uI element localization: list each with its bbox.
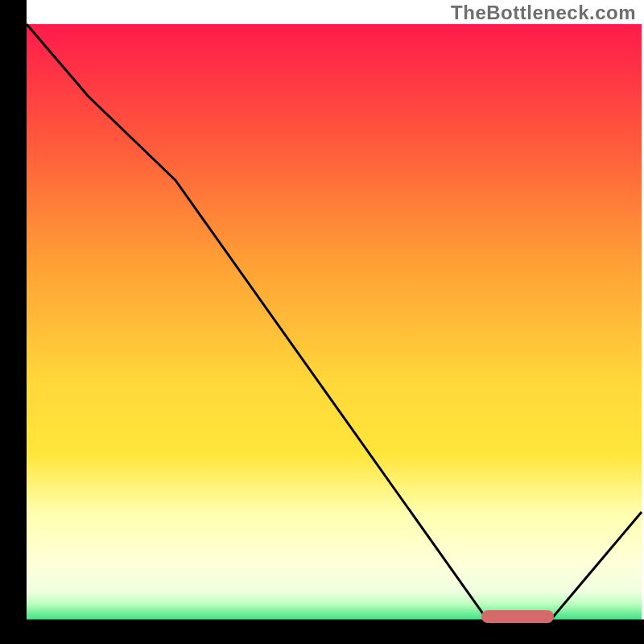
- chart-container: TheBottleneck.com: [0, 0, 644, 644]
- watermark-text: TheBottleneck.com: [451, 2, 636, 24]
- optimal-range-marker: [481, 610, 554, 623]
- bottleneck-chart: [0, 0, 644, 644]
- plot-background: [27, 24, 642, 621]
